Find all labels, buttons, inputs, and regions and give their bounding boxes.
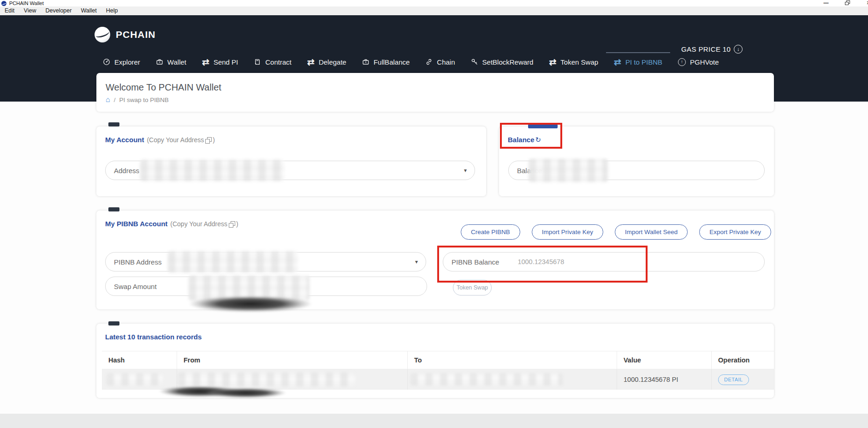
- my-account-title: My Account: [105, 136, 144, 144]
- app-icon: [1, 1, 6, 6]
- nav-label: FullBalance: [374, 58, 410, 66]
- window-title: PCHAIN Wallet: [9, 0, 44, 6]
- close-button[interactable]: ✕: [863, 0, 868, 6]
- redacted-hash: [107, 374, 163, 386]
- copy-hint-text: (Copy Your Address: [170, 220, 227, 228]
- main-nav: Explorer Wallet ⇄ Send PI Contract ⇄ Del…: [95, 52, 727, 71]
- transactions-card: Latest 10 transaction records Hash From …: [96, 324, 774, 398]
- breadcrumb: ⌂ / PI swap to PIBNB: [106, 96, 763, 103]
- redacted-address-value: [140, 160, 284, 181]
- annotation-box-pibnb-balance: [437, 246, 648, 283]
- address-label: Address: [114, 167, 139, 175]
- my-account-header: My Account (Copy Your Address ): [105, 136, 215, 144]
- link-icon: [425, 58, 433, 66]
- nav-item-fullbalance[interactable]: FullBalance: [354, 52, 417, 71]
- nav-label: PI to PIBNB: [625, 58, 662, 66]
- menu-edit[interactable]: Edit: [0, 6, 19, 15]
- column-hash: Hash: [102, 351, 177, 369]
- transactions-header: Latest 10 transaction records: [105, 333, 202, 341]
- nav-item-pghvote[interactable]: ↑ PGHVote: [670, 52, 727, 71]
- compass-icon: [103, 58, 110, 66]
- redacted-pibnb-address: [168, 251, 298, 272]
- pibnb-title: My PIBNB Account: [105, 220, 167, 228]
- swap-icon: ⇄: [549, 58, 556, 66]
- cell-hash: [102, 369, 177, 390]
- table-header-row: Hash From To Value Operation: [102, 351, 774, 369]
- swap-icon: ⇄: [614, 58, 621, 66]
- copy-hint-close: ): [213, 136, 215, 144]
- chevron-down-icon[interactable]: ▾: [464, 167, 467, 174]
- redaction-artifact: [108, 122, 119, 127]
- nav-item-wallet[interactable]: Wallet: [148, 52, 194, 71]
- menu-wallet[interactable]: Wallet: [76, 6, 101, 15]
- nav-item-explorer[interactable]: Explorer: [95, 52, 148, 71]
- briefcase-icon: [156, 58, 163, 66]
- detail-button[interactable]: DETAIL: [718, 374, 749, 385]
- nav-label: Delegate: [319, 58, 346, 66]
- redacted-to-address: [410, 374, 563, 386]
- column-operation: Operation: [712, 351, 774, 369]
- nav-item-pi-to-pibnb[interactable]: ⇄ PI to PIBNB: [606, 52, 670, 71]
- home-icon[interactable]: ⌂: [106, 96, 110, 103]
- nav-item-token-swap[interactable]: ⇄ Token Swap: [541, 52, 606, 71]
- swap-amount-label: Swap Amount: [114, 283, 157, 290]
- menu-help[interactable]: Help: [101, 6, 123, 15]
- nav-label: Chain: [437, 58, 455, 66]
- column-value: Value: [617, 351, 712, 369]
- breadcrumb-current: PI swap to PIBNB: [119, 96, 168, 103]
- bottom-strip: [0, 414, 868, 428]
- menu-developer[interactable]: Developer: [41, 6, 76, 15]
- nav-item-setblockreward[interactable]: SetBlockReward: [463, 52, 541, 71]
- my-account-card: My Account (Copy Your Address ) Address …: [96, 127, 486, 196]
- page-title: Welcome To PCHAIN Wallet: [106, 82, 763, 93]
- pchain-logo-icon: [95, 27, 110, 42]
- circle-up-arrow-icon: ↑: [678, 58, 686, 66]
- breadcrumb-separator: /: [114, 96, 116, 103]
- briefcase-icon: [362, 58, 369, 66]
- nav-item-contract[interactable]: Contract: [246, 52, 299, 71]
- pibnb-header: My PIBNB Account (Copy Your Address ): [105, 220, 238, 228]
- pibnb-actions: Create PIBNB Import Private Key Import W…: [461, 224, 771, 240]
- nav-item-send-pi[interactable]: ⇄ Send PI: [194, 52, 246, 71]
- swap-icon: ⇄: [307, 58, 315, 66]
- menu-bar: Edit View Developer Wallet Help: [0, 6, 868, 15]
- menu-view[interactable]: View: [19, 6, 41, 15]
- annotation-box-balance: [500, 123, 562, 149]
- swap-icon: ⇄: [202, 58, 209, 66]
- nav-label: Explorer: [114, 58, 140, 66]
- window-titlebar: PCHAIN Wallet — ✕: [0, 0, 868, 6]
- cell-operation: DETAIL: [712, 369, 774, 390]
- import-private-key-button[interactable]: Import Private Key: [532, 224, 603, 240]
- nav-label: Wallet: [167, 58, 186, 66]
- pibnb-account-card: My PIBNB Account (Copy Your Address ) Cr…: [96, 211, 774, 309]
- copy-address-hint: (Copy Your Address ): [170, 220, 238, 228]
- import-wallet-seed-button[interactable]: Import Wallet Seed: [615, 224, 688, 240]
- nav-item-chain[interactable]: Chain: [417, 52, 463, 71]
- nav-item-delegate[interactable]: ⇄ Delegate: [299, 52, 354, 71]
- transactions-title: Latest 10 transaction records: [105, 333, 202, 341]
- nav-label: SetBlockReward: [482, 58, 534, 66]
- copy-hint-text: (Copy Your Address: [147, 136, 204, 144]
- copy-icon[interactable]: [205, 137, 211, 143]
- nav-label: PGHVote: [690, 58, 719, 66]
- minimize-button[interactable]: —: [821, 0, 831, 6]
- welcome-card: Welcome To PCHAIN Wallet ⌂ / PI swap to …: [96, 73, 774, 112]
- copy-hint-close: ): [236, 220, 238, 228]
- brand: PCHAIN: [95, 25, 156, 44]
- cell-to: [408, 369, 617, 390]
- copy-address-hint: (Copy Your Address ): [147, 136, 214, 144]
- create-pibnb-button[interactable]: Create PIBNB: [461, 224, 520, 240]
- circle-down-arrow-icon[interactable]: ↓: [734, 45, 743, 54]
- copy-icon[interactable]: [229, 221, 235, 227]
- transactions-table: Hash From To Value Operation 1000.123456…: [102, 351, 774, 390]
- column-to: To: [408, 351, 617, 369]
- maximize-button[interactable]: [845, 0, 851, 6]
- redacted-from-address: [178, 373, 355, 386]
- chevron-down-icon[interactable]: ▾: [415, 259, 418, 265]
- nav-label: Send PI: [214, 58, 238, 66]
- book-icon: [254, 58, 261, 66]
- pibnb-address-label: PIBNB Address: [114, 258, 161, 266]
- nav-label: Contract: [265, 58, 291, 66]
- export-private-key-button[interactable]: Export Private Key: [699, 224, 771, 240]
- cell-value: 1000.12345678 PI: [617, 369, 712, 390]
